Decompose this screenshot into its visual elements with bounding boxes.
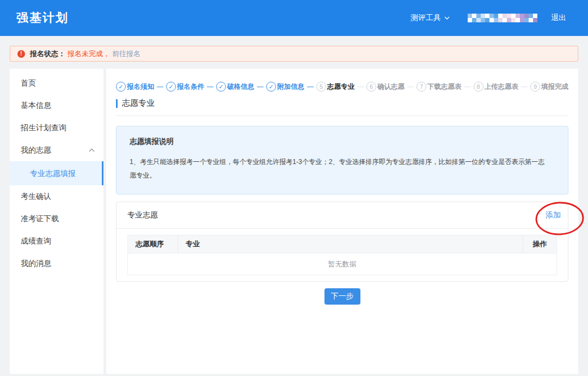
redacted-username [468,14,537,22]
step-check-icon: ✓ [116,82,126,92]
alert-status: 报名未完成， [68,49,110,59]
instructions-body: 1、考生只能选择报考一个专业组，每个专业组允许报考1-3个专业；2、专业选择排序… [130,155,550,183]
step-label: 报名须知 [127,82,154,92]
step-connector [464,87,471,87]
step-3: ✓破格信息 [216,82,254,92]
step-9: 9填报完成 [530,82,568,92]
step-label: 附加信息 [277,82,304,92]
step-connector [307,87,314,87]
preference-table: 志愿顺序 专业 操作 暂无数据 [127,235,557,275]
col-header-order: 志愿顺序 [128,235,178,253]
step-1: ✓报名须知 [116,82,154,92]
step-connector [407,87,414,87]
sidebar-item-enrollment-plan[interactable]: 招生计划查询 [10,117,103,139]
progress-stepper: ✓报名须知✓报名条件✓破格信息✓附加信息5志愿专业6确认志愿7下载志愿表8上传志… [116,82,568,92]
col-header-major: 专业 [178,235,523,253]
step-7: 7下载志愿表 [416,82,462,92]
step-2: ✓报名条件 [166,82,204,92]
major-preference-card: 专业志愿 添加 志愿顺序 专业 操作 暂无数据 [116,202,568,282]
step-number: 9 [530,82,540,92]
add-button[interactable]: 添加 [546,210,561,220]
step-number: 7 [416,82,426,92]
step-connector [357,87,364,87]
assessment-tool-label: 测评工具 [411,13,441,23]
step-number: 8 [474,82,483,92]
step-label: 破格信息 [227,82,254,92]
sidebar-item-my-preferences[interactable]: 我的志愿 [10,139,103,161]
step-label: 上传志愿表 [485,82,519,92]
sidebar-item-basic-info[interactable]: 基本信息 [10,94,103,117]
section-title: 志愿专业 [122,98,155,108]
logout-button[interactable]: 退出 [551,13,566,23]
chevron-down-icon [444,16,450,20]
go-register-link[interactable]: 前往报名 [112,49,140,59]
col-header-operation: 操作 [523,235,557,253]
step-label: 确认志愿 [377,82,405,92]
step-connector [157,87,163,87]
step-label: 填报完成 [541,82,568,92]
step-check-icon: ✓ [166,82,176,92]
step-check-icon: ✓ [216,82,226,92]
section-header: 志愿专业 [116,98,568,108]
sidebar-item-my-messages[interactable]: 我的消息 [10,252,103,275]
step-5: 5志愿专业 [316,82,354,92]
step-number: 5 [316,82,326,92]
step-4: ✓附加信息 [266,82,304,92]
sidebar-item-admission-ticket[interactable]: 准考证下载 [10,208,103,230]
main-panel: ✓报名须知✓报名条件✓破格信息✓附加信息5志愿专业6确认志愿7下载志愿表8上传志… [106,69,578,374]
step-check-icon: ✓ [266,82,276,92]
step-number: 6 [366,82,376,92]
step-8: 8上传志愿表 [474,82,519,92]
sidebar-item-major-preference[interactable]: 专业志愿填报 [10,161,103,185]
card-header: 专业志愿 添加 [117,202,568,229]
sidebar: 首页 基本信息 招生计划查询 我的志愿 专业志愿填报 考生确认 准考证下载 成绩… [10,69,103,374]
next-step-button[interactable]: 下一步 [324,288,360,305]
step-label: 下载志愿表 [427,82,462,92]
error-icon: ! [17,50,25,58]
step-connector [207,87,213,87]
step-connector [257,87,264,87]
sidebar-item-candidate-confirm[interactable]: 考生确认 [10,185,103,208]
step-6: 6确认志愿 [366,82,405,92]
step-label: 报名条件 [177,82,204,92]
app-title: 强基计划 [16,10,69,26]
step-connector [521,87,528,87]
alert-label: 报名状态： [30,49,65,59]
preference-instructions-box: 志愿填报说明 1、考生只能选择报考一个专业组，每个专业组允许报考1-3个专业；2… [116,126,568,195]
app-header: 强基计划 测评工具 退出 [0,0,588,36]
empty-table-placeholder: 暂无数据 [128,253,557,275]
step-label: 志愿专业 [327,82,354,92]
instructions-title: 志愿填报说明 [130,137,550,147]
card-title: 专业志愿 [127,210,158,220]
registration-status-alert: ! 报名状态： 报名未完成， 前往报名 [10,46,578,62]
section-accent-bar [116,99,118,108]
divider [116,116,568,116]
chevron-up-icon [89,148,95,152]
sidebar-item-home[interactable]: 首页 [10,72,103,94]
assessment-tool-menu[interactable]: 测评工具 [411,13,450,23]
sidebar-item-score-query[interactable]: 成绩查询 [10,230,103,252]
